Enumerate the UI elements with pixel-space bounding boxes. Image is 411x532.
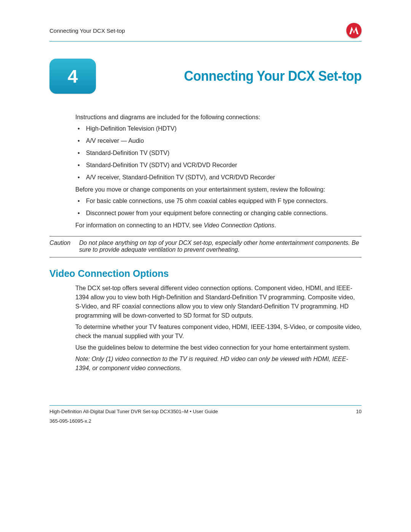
caution-label: Caution (49, 240, 74, 253)
motorola-logo-icon (346, 23, 362, 38)
page-header: Connecting Your DCX Set-top (49, 23, 362, 42)
caution-block: Caution Do not place anything on top of … (49, 236, 362, 257)
body-content: Instructions and diagrams are included f… (75, 113, 362, 230)
list-item: For basic cable connections, use 75 ohm … (75, 197, 362, 206)
section-body: The DCX set-top offers several different… (75, 284, 362, 373)
connections-list: High-Definition Television (HDTV) A/V re… (75, 124, 362, 182)
section-paragraph: Use the guidelines below to determine th… (75, 343, 362, 352)
list-item: Standard-Definition TV (SDTV) (75, 149, 362, 158)
list-item: A/V receiver, Standard-Definition TV (SD… (75, 173, 362, 182)
chapter-heading-row: 4 Connecting Your DCX Set-top (49, 59, 362, 94)
list-item: Disconnect power from your equipment bef… (75, 209, 362, 218)
section-title: Video Connection Options (49, 268, 362, 279)
info-line-suffix: . (274, 222, 276, 228)
footer-doc-title: High-Definition All-Digital Dual Tuner D… (49, 409, 218, 414)
list-item: High-Definition Television (HDTV) (75, 124, 362, 133)
caution-text: Do not place anything on top of your DCX… (79, 240, 362, 253)
review-list: For basic cable connections, use 75 ohm … (75, 197, 362, 218)
page-container: Connecting Your DCX Set-top 4 Connecting… (0, 0, 411, 439)
info-line: For information on connecting to an HDTV… (75, 221, 362, 230)
review-intro: Before you move or change components on … (75, 185, 362, 194)
footer-part-number: 365-095-16095-x.2 (49, 418, 218, 424)
info-line-prefix: For information on connecting to an HDTV… (75, 222, 204, 228)
intro-paragraph: Instructions and diagrams are included f… (75, 113, 362, 122)
section-paragraph: The DCX set-top offers several different… (75, 284, 362, 320)
section-paragraph: To determine whether your TV features co… (75, 323, 362, 341)
page-footer: High-Definition All-Digital Dual Tuner D… (49, 405, 362, 424)
section-note: Note: Only (1) video connection to the T… (75, 355, 362, 373)
footer-page-number: 10 (356, 409, 362, 424)
list-item: A/V receiver — Audio (75, 136, 362, 145)
chapter-title: Connecting Your DCX Set-top (184, 68, 362, 84)
chapter-number-badge: 4 (49, 59, 96, 94)
info-line-link-text: Video Connection Options (204, 222, 274, 228)
header-breadcrumb: Connecting Your DCX Set-top (49, 27, 125, 34)
list-item: Standard-Definition TV (SDTV) and VCR/DV… (75, 161, 362, 170)
